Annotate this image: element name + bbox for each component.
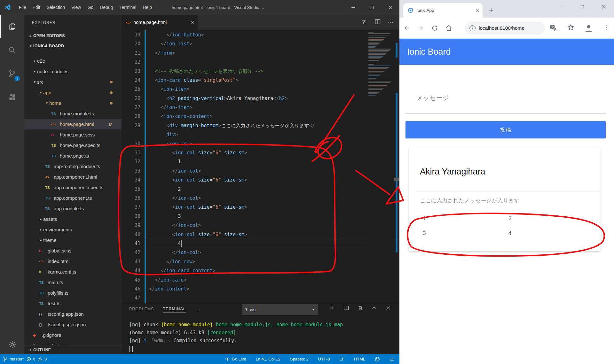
tree-item-src[interactable]: ▾src: [24, 77, 122, 87]
tree-item-main-ts[interactable]: TSmain.ts: [24, 277, 122, 288]
code-line-21[interactable]: 21 </form>: [122, 49, 399, 58]
back-icon[interactable]: [399, 24, 413, 32]
minimize-button[interactable]: [551, 0, 572, 13]
cursor-position-item[interactable]: Ln 41, Col 12: [256, 357, 280, 361]
tree-item-global-scss[interactable]: Sglobal.scss: [24, 245, 122, 256]
source-control-icon[interactable]: 1: [0, 62, 24, 86]
code-line-46[interactable]: 46</ion-content>: [122, 284, 399, 293]
tree-item-polyfills-ts[interactable]: TSpolyfills.ts: [24, 288, 122, 298]
tree-item-home-module-ts[interactable]: TShome.module.ts: [24, 108, 122, 119]
code-line-wrap[interactable]: div>: [122, 130, 399, 139]
new-tab-button[interactable]: [486, 5, 496, 15]
language-mode-item[interactable]: HTML: [354, 357, 365, 361]
tree-item-app-routing-module-ts[interactable]: TSapp-routing.module.ts: [24, 161, 122, 172]
project-root-section[interactable]: ▾IONIC4-BOARD: [24, 41, 122, 51]
more-actions-icon[interactable]: ⋯: [388, 19, 394, 26]
tree-item-home-page-html[interactable]: <>home.page.htmlM: [24, 119, 122, 129]
submit-button[interactable]: 投稿: [405, 121, 606, 138]
menu-go[interactable]: Go: [84, 4, 97, 11]
menu-debug[interactable]: Debug: [97, 4, 116, 11]
code-line-19[interactable]: 19 </ion-button>: [122, 30, 399, 39]
code-line-38[interactable]: 38 3: [122, 212, 399, 221]
encoding-item[interactable]: UTF-8: [318, 357, 330, 361]
minimize-button[interactable]: [344, 0, 362, 15]
code-line-35[interactable]: 35 2: [122, 185, 399, 194]
menu-edit[interactable]: Edit: [29, 4, 43, 11]
tree-item-tsconfig-spec-json[interactable]: {}tsconfig.spec.json: [24, 319, 122, 330]
code-line-27[interactable]: 27 </ion-item>: [122, 103, 399, 112]
code-line-23[interactable]: 23 <!-- 投稿されたメッセージを表示する部分 -->: [122, 67, 399, 76]
code-line-29[interactable]: 29 <div margin-bottom>ここに入力されたメッセージが入ります…: [122, 121, 399, 130]
extensions-icon[interactable]: [0, 86, 24, 109]
code-line-45[interactable]: 45 </ion-card>: [122, 275, 399, 284]
address-bar[interactable]: i localhost:8100/home: [465, 22, 545, 35]
code-line-25[interactable]: 25 <ion-item>: [122, 85, 399, 94]
eol-item[interactable]: LF: [339, 357, 344, 361]
tab-home-page-html[interactable]: <> home.page.html ✕: [122, 15, 198, 30]
code-line-36[interactable]: 36 </ion-col>: [122, 194, 399, 203]
tree-item--gitignore[interactable]: ◆.gitignore: [24, 330, 122, 340]
maximize-button[interactable]: [362, 0, 381, 15]
close-panel-icon[interactable]: [386, 305, 391, 312]
errors-item[interactable]: 0: [27, 357, 35, 361]
tree-item-home-page-scss[interactable]: Shome.page.scss: [24, 129, 122, 140]
code-line-22[interactable]: 22: [122, 58, 399, 66]
code-line-28[interactable]: 28 <ion-card-content>: [122, 112, 399, 121]
translate-icon[interactable]: 文A: [550, 24, 557, 33]
go-live-item[interactable]: Go Live: [225, 357, 246, 361]
code-line-42[interactable]: 42 </ion-col>: [122, 248, 399, 257]
reload-icon[interactable]: [428, 25, 442, 32]
settings-gear-icon[interactable]: [0, 340, 24, 349]
url-text[interactable]: localhost:8100/home: [479, 25, 524, 31]
indentation-item[interactable]: Spaces: 2: [290, 357, 309, 361]
menu-selection[interactable]: Selection: [43, 4, 68, 11]
tree-item-tsconfig-app-json[interactable]: {}tsconfig.app.json: [24, 309, 122, 319]
terminal-select[interactable]: 1: wsl▼: [242, 304, 318, 315]
code-line-34[interactable]: 34 <ion-col size="6" size-sm>: [122, 175, 399, 184]
code-line-20[interactable]: 20 </ion-list>: [122, 39, 399, 48]
browser-menu-icon[interactable]: ⋮: [603, 24, 609, 31]
tab-close-icon[interactable]: ✕: [190, 19, 194, 25]
code-line-41[interactable]: 41 4: [122, 239, 399, 248]
site-info-icon[interactable]: i: [469, 25, 476, 31]
profile-avatar[interactable]: [584, 23, 594, 33]
tree-item-theme[interactable]: ▸theme: [24, 235, 122, 245]
code-line-39[interactable]: 39 </ion-col>: [122, 221, 399, 230]
tree-item-karma-conf-js[interactable]: Kkarma.conf.js: [24, 267, 122, 277]
maximize-button[interactable]: [572, 0, 593, 13]
split-editor-icon[interactable]: [374, 19, 381, 26]
kill-terminal-icon[interactable]: [358, 305, 363, 312]
code-line-44[interactable]: 44 </ion-card-content>: [122, 266, 399, 275]
split-terminal-icon[interactable]: [343, 305, 349, 312]
tree-item-assets[interactable]: ▸assets: [24, 214, 122, 224]
code-line-40[interactable]: 40 <ion-col size="6" size-sm>: [122, 230, 399, 239]
tree-item-e2e[interactable]: ▸e2e: [24, 56, 122, 66]
code-line-32[interactable]: 32 1: [122, 157, 399, 166]
message-input[interactable]: [405, 113, 606, 113]
tree-item-app[interactable]: ▾app: [24, 87, 122, 98]
tree-item-test-ts[interactable]: TStest.ts: [24, 298, 122, 309]
overview-ruler[interactable]: [394, 30, 399, 303]
explorer-icon[interactable]: [0, 15, 24, 38]
panel-more-icon[interactable]: ⋯: [196, 307, 201, 313]
menu-help[interactable]: Help: [139, 4, 155, 11]
tree-item-environments[interactable]: ▸environments: [24, 224, 122, 235]
code-line-43[interactable]: 43 </ion-row>: [122, 257, 399, 266]
tree-item-node-modules[interactable]: ▸node_modules: [24, 66, 122, 77]
tree-item-app-component-ts[interactable]: TSapp.component.ts: [24, 193, 122, 203]
code-line-26[interactable]: 26 <h2 padding-vertical>Akira Yanagihara…: [122, 94, 399, 103]
outline-section[interactable]: ▸OUTLINE: [24, 345, 122, 354]
terminal-output[interactable]: [ng] chunk {home-home-module} home-home-…: [122, 316, 399, 353]
new-terminal-icon[interactable]: [329, 305, 335, 312]
tab-problems[interactable]: PROBLEMS: [129, 307, 154, 313]
tree-item-home[interactable]: ▾home: [24, 98, 122, 108]
tree-item-app-module-ts[interactable]: TSapp.module.ts: [24, 203, 122, 214]
menu-view[interactable]: View: [68, 4, 84, 11]
browser-tab[interactable]: Ionic App: [403, 3, 483, 18]
git-branch-item[interactable]: master*: [3, 357, 24, 362]
code-editor[interactable]: 19 </ion-button>20 </ion-list>21 </form>…: [122, 30, 399, 303]
open-changes-icon[interactable]: [361, 19, 367, 27]
menu-file[interactable]: File: [16, 4, 29, 11]
notifications-bell-icon[interactable]: [390, 357, 394, 362]
close-button[interactable]: [381, 0, 399, 15]
